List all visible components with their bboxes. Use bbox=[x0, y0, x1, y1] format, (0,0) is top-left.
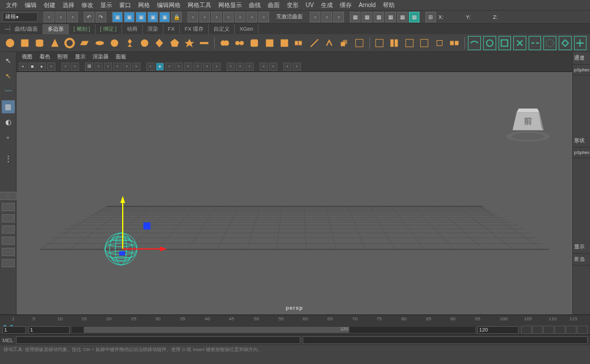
layout-single-button[interactable] bbox=[0, 192, 8, 200]
goto-end-button[interactable] bbox=[577, 326, 588, 334]
connect-icon[interactable] bbox=[433, 36, 445, 50]
redo-button[interactable]: ↷ bbox=[96, 12, 106, 22]
vp-renderer-button[interactable]: ▫ bbox=[283, 63, 291, 71]
shelf-tab-fxcache[interactable]: FX 缓存 bbox=[180, 24, 209, 34]
vp-camera-attrs-button[interactable]: ■ bbox=[28, 63, 37, 71]
vp-menu-renderer[interactable]: 渲染器 bbox=[90, 53, 112, 61]
snap-grid-button[interactable]: ◦ bbox=[188, 12, 198, 22]
multicut-icon[interactable] bbox=[308, 36, 320, 50]
shelf-tab-curves[interactable]: 曲线/曲面 bbox=[10, 24, 43, 34]
polysuper-icon[interactable] bbox=[183, 36, 195, 50]
save-scene-button[interactable]: ▫ bbox=[67, 12, 78, 22]
vp-2d-pan-button[interactable]: ▫ bbox=[61, 63, 70, 71]
shelf-tab-xgen[interactable]: XGen bbox=[235, 25, 258, 33]
polyplane-icon[interactable] bbox=[78, 36, 91, 50]
menu-help[interactable]: 帮助 bbox=[379, 1, 398, 9]
viewport-3d[interactable]: 前 persp bbox=[17, 72, 572, 314]
layout-preset-1[interactable] bbox=[2, 203, 15, 211]
command-input[interactable] bbox=[16, 336, 301, 344]
vp-gamma-button[interactable]: ▫ bbox=[269, 63, 277, 71]
rotate-tool[interactable]: ◐ bbox=[2, 116, 15, 129]
display-layers-header[interactable]: 显示 bbox=[573, 241, 590, 254]
select-mask-button[interactable]: ▣ bbox=[159, 12, 170, 22]
vp-isolate-button[interactable]: ▫ bbox=[245, 63, 254, 71]
vp-menu-show[interactable]: 显示 bbox=[72, 53, 88, 61]
time-slider[interactable]: 1 5 10 15 20 25 30 35 40 45 50 55 60 65 … bbox=[0, 314, 590, 325]
sculpt-relax-icon[interactable] bbox=[499, 36, 512, 50]
menu-select[interactable]: 选择 bbox=[59, 1, 78, 9]
vp-xray-joints-button[interactable]: ▫ bbox=[236, 63, 244, 71]
vp-menu-panels[interactable]: 面板 bbox=[113, 53, 129, 61]
vp-select-camera-button[interactable]: ▪ bbox=[19, 63, 27, 71]
vp-xray-button[interactable]: ▫ bbox=[227, 63, 235, 71]
step-back-button[interactable] bbox=[532, 326, 543, 334]
menu-modify[interactable]: 修改 bbox=[78, 1, 97, 9]
goto-start-button[interactable] bbox=[521, 326, 532, 334]
polyhelix-icon[interactable] bbox=[123, 36, 136, 50]
quadrangulate-icon[interactable] bbox=[293, 36, 306, 50]
vp-menu-lighting[interactable]: 照明 bbox=[54, 53, 71, 61]
layout-button-1[interactable]: ▦ bbox=[350, 12, 360, 22]
range-slider[interactable]: 120 bbox=[72, 327, 475, 333]
workspace-dropdown[interactable]: 建模 ▾ bbox=[2, 12, 38, 22]
vp-grease-pencil-button[interactable]: ▫ bbox=[71, 63, 79, 71]
polytorus-icon[interactable] bbox=[63, 36, 76, 50]
snap-live-button[interactable]: ◦ bbox=[235, 12, 245, 22]
menu-file[interactable]: 文件 bbox=[2, 1, 21, 9]
offset-edge-icon[interactable] bbox=[418, 36, 430, 50]
menu-display[interactable]: 显示 bbox=[97, 1, 116, 9]
vp-wireframe-button[interactable]: ▫ bbox=[146, 63, 155, 71]
snap-curve-button[interactable]: ◦ bbox=[199, 12, 210, 22]
menu-cache[interactable]: 缓存 bbox=[336, 1, 355, 9]
new-scene-button[interactable]: ▫ bbox=[44, 12, 54, 22]
shelf-tab-custom[interactable]: 自定义 bbox=[209, 24, 235, 34]
menu-generate[interactable]: 生成 bbox=[317, 1, 336, 9]
mirror-icon[interactable] bbox=[388, 36, 401, 50]
poke-icon[interactable] bbox=[448, 36, 460, 50]
vp-bookmarks-button[interactable]: ▸ bbox=[38, 63, 46, 71]
last-tool[interactable]: ⋮ bbox=[2, 152, 15, 165]
bevel-icon[interactable] bbox=[373, 36, 385, 50]
polypipe-icon[interactable] bbox=[109, 36, 121, 50]
sculpt-pinch-icon[interactable] bbox=[529, 36, 542, 50]
layout-preset-5[interactable] bbox=[2, 248, 15, 256]
vp-grid-button[interactable]: ⊞ bbox=[85, 63, 93, 71]
ipr-button[interactable]: ▫ bbox=[333, 12, 344, 22]
playback-end-input[interactable] bbox=[477, 326, 519, 334]
vp-dof-button[interactable]: ▫ bbox=[203, 63, 211, 71]
render-button[interactable]: ▫ bbox=[322, 12, 332, 22]
menu-create[interactable]: 创建 bbox=[40, 1, 59, 9]
snap-point-button[interactable]: ◦ bbox=[211, 12, 222, 22]
layout-preset-3[interactable] bbox=[2, 225, 15, 234]
viewcube[interactable]: 前 bbox=[502, 104, 555, 146]
layers-tabs[interactable]: 层 选 bbox=[573, 254, 590, 265]
combine-icon[interactable] bbox=[218, 36, 231, 50]
script-type-label[interactable]: MEL bbox=[2, 337, 14, 343]
polysphere-icon[interactable] bbox=[4, 36, 16, 50]
polyplatonic-icon[interactable] bbox=[168, 36, 181, 50]
menu-curve[interactable]: 曲线 bbox=[245, 1, 264, 9]
extrude-icon[interactable] bbox=[338, 36, 350, 50]
layout-preset-4[interactable] bbox=[2, 237, 15, 245]
paint-select-tool[interactable]: 〰 bbox=[2, 85, 15, 98]
select-tool[interactable]: ↖ bbox=[2, 54, 15, 67]
vp-safe-action-button[interactable]: ▫ bbox=[132, 63, 140, 71]
shelf-tab-poly[interactable]: 多边形 bbox=[43, 24, 69, 34]
shelf-tab-anim[interactable]: 动画 bbox=[122, 24, 143, 34]
select-by-obj-button[interactable]: ▣ bbox=[112, 12, 123, 22]
shelf-tab-sculpt[interactable]: [ 雕刻 ] bbox=[69, 24, 96, 34]
bridge-icon[interactable] bbox=[353, 36, 365, 50]
layout-button-3[interactable]: ▦ bbox=[373, 12, 384, 22]
vp-img-plane-button[interactable]: ▫ bbox=[47, 63, 55, 71]
layout-button-4[interactable]: ▦ bbox=[385, 12, 396, 22]
move-tool[interactable]: ▦ bbox=[2, 100, 15, 113]
layout-button-5[interactable]: ▦ bbox=[397, 12, 408, 22]
separate-icon[interactable] bbox=[233, 36, 245, 50]
menu-arnold[interactable]: Arnold bbox=[355, 2, 379, 8]
vp-gate-mask-button[interactable]: ▫ bbox=[113, 63, 122, 71]
select-by-comp-button[interactable]: ▣ bbox=[124, 12, 135, 22]
polygear-icon[interactable] bbox=[138, 36, 150, 50]
sculpt-flatten-icon[interactable] bbox=[543, 36, 556, 50]
move-gizmo[interactable] bbox=[111, 190, 170, 261]
open-scene-button[interactable]: ▫ bbox=[55, 12, 66, 22]
